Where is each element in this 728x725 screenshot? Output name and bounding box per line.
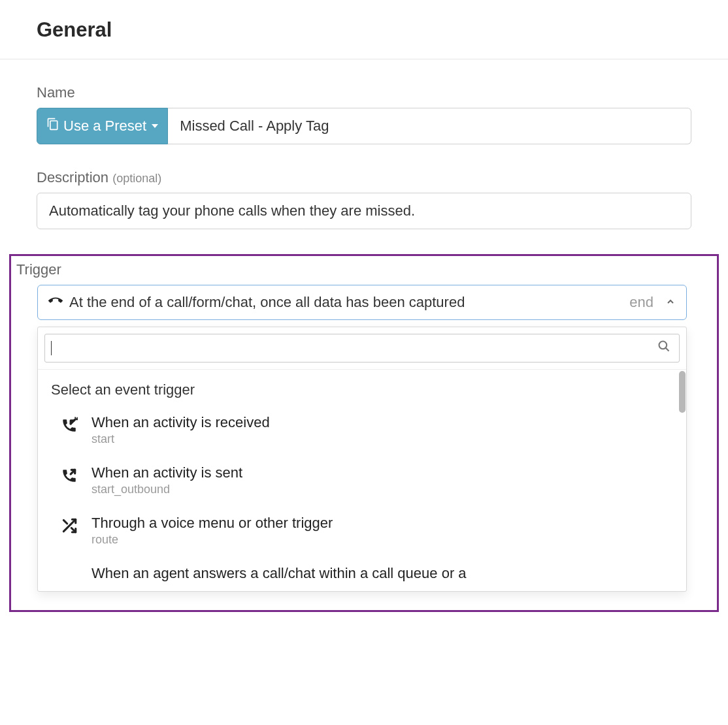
trigger-option-title: When an activity is received (91, 414, 270, 431)
svg-point-0 (659, 342, 667, 349)
trigger-option-sub: route (91, 533, 333, 547)
trigger-select[interactable]: At the end of a call/form/chat, once all… (37, 285, 687, 320)
description-optional: (optional) (112, 172, 161, 185)
description-input[interactable] (37, 193, 691, 229)
trigger-option-title: When an agent answers a call/chat within… (91, 565, 467, 582)
search-icon (657, 340, 670, 357)
use-preset-button[interactable]: Use a Preset (37, 108, 168, 144)
phone-outgoing-icon (60, 464, 78, 484)
description-field-group: Description (optional) (37, 169, 691, 229)
description-label-text: Description (37, 169, 108, 185)
trigger-option[interactable]: When an activity is received start (38, 405, 686, 455)
trigger-selected-tag: end (629, 294, 654, 311)
trigger-option[interactable]: When an agent answers a call/chat within… (38, 556, 686, 591)
trigger-selected-text: At the end of a call/form/chat, once all… (69, 294, 623, 311)
trigger-option[interactable]: Through a voice menu or other trigger ro… (38, 506, 686, 556)
use-preset-label: Use a Preset (63, 118, 146, 135)
chevron-up-icon (665, 294, 676, 311)
name-input[interactable] (168, 108, 691, 144)
name-field-group: Name Use a Preset (37, 84, 691, 144)
trigger-dropdown: Select an event trigger When an activity… (37, 327, 687, 592)
scrollbar-thumb[interactable] (679, 371, 686, 413)
trigger-highlight-box: Trigger At the end of a call/form/chat, … (9, 254, 719, 612)
svg-line-4 (63, 520, 67, 523)
trigger-label: Trigger (16, 261, 710, 278)
svg-line-1 (666, 348, 669, 351)
trigger-option-sub: start (91, 432, 270, 446)
text-cursor (51, 341, 52, 355)
description-label: Description (optional) (37, 169, 691, 186)
scrollbar[interactable] (678, 370, 686, 591)
trigger-option-sub: start_outbound (91, 483, 242, 496)
section-header: General (0, 0, 728, 59)
name-label: Name (37, 84, 691, 101)
phone-incoming-icon (60, 414, 78, 434)
trigger-option-title: Through a voice menu or other trigger (91, 515, 333, 532)
trigger-search-input[interactable] (44, 334, 680, 362)
caret-down-icon (152, 124, 158, 128)
trigger-option[interactable]: When an activity is sent start_outbound (38, 455, 686, 506)
shuffle-icon (60, 515, 78, 534)
phone-end-icon (48, 293, 63, 312)
blank-icon (60, 565, 78, 568)
trigger-group-header: Select an event trigger (38, 370, 686, 405)
copy-icon (46, 118, 59, 135)
section-title: General (37, 18, 691, 42)
trigger-option-title: When an activity is sent (91, 464, 242, 481)
